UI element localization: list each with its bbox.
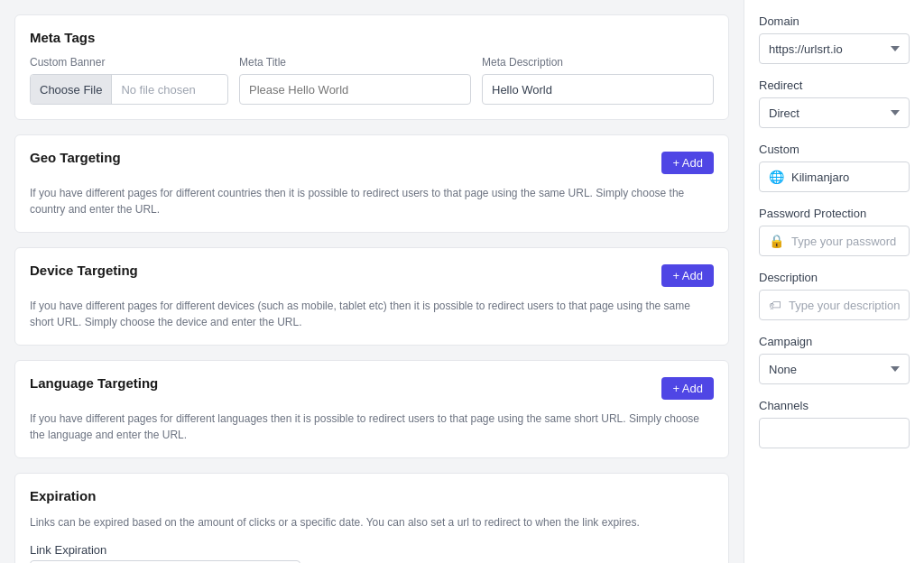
description-input-wrapper: 🏷 <box>759 290 910 320</box>
language-targeting-header: Language Targeting + Add <box>30 375 714 401</box>
geo-targeting-add-button[interactable]: + Add <box>661 152 714 174</box>
password-lock-icon: 🔒 <box>769 234 784 248</box>
expiration-title: Expiration <box>30 488 714 503</box>
file-input-wrapper: Choose File No file chosen <box>30 74 228 105</box>
channels-input[interactable] <box>759 418 910 448</box>
redirect-select[interactable]: Direct Frame 301 <box>759 97 910 128</box>
device-targeting-title: Device Targeting <box>30 263 138 278</box>
choose-file-button[interactable]: Choose File <box>31 75 112 104</box>
main-content: Meta Tags Custom Banner Choose File No f… <box>0 0 744 563</box>
link-expiration-section: Link Expiration 🔒 <box>30 543 714 563</box>
redirect-label: Redirect <box>759 78 910 92</box>
campaign-field: Campaign None <box>759 335 910 384</box>
custom-banner-field: Custom Banner Choose File No file chosen <box>30 56 228 105</box>
password-input[interactable] <box>791 235 900 248</box>
device-targeting-description: If you have different pages for differen… <box>30 298 714 330</box>
domain-select[interactable]: https://urlsrt.io <box>759 33 910 64</box>
expiration-description: Links can be expired based on the amount… <box>30 514 714 531</box>
domain-label: Domain <box>759 14 910 28</box>
device-targeting-card: Device Targeting + Add If you have diffe… <box>14 247 729 346</box>
expiration-card: Expiration Links can be expired based on… <box>14 473 729 563</box>
description-label: Description <box>759 271 910 284</box>
meta-title-label: Meta Title <box>239 56 471 69</box>
meta-title-field: Meta Title <box>239 56 471 105</box>
right-sidebar: Domain https://urlsrt.io Redirect Direct… <box>744 0 924 563</box>
device-targeting-add-button[interactable]: + Add <box>661 264 714 287</box>
geo-targeting-header: Geo Targeting + Add <box>30 150 714 176</box>
description-tag-icon: 🏷 <box>769 298 781 312</box>
language-targeting-title: Language Targeting <box>30 375 158 391</box>
meta-tags-grid: Custom Banner Choose File No file chosen… <box>30 56 714 105</box>
password-protection-label: Password Protection <box>759 207 910 220</box>
channels-label: Channels <box>759 399 910 412</box>
meta-title-input[interactable] <box>239 74 471 105</box>
description-input[interactable] <box>789 299 900 312</box>
custom-banner-label: Custom Banner <box>30 56 228 69</box>
domain-field: Domain https://urlsrt.io <box>759 14 910 64</box>
file-name: No file chosen <box>112 83 204 97</box>
campaign-select[interactable]: None <box>759 354 910 384</box>
meta-description-input[interactable] <box>482 74 714 105</box>
redirect-field: Redirect Direct Frame 301 <box>759 78 910 128</box>
channels-field: Channels <box>759 399 910 448</box>
meta-description-field: Meta Description <box>482 56 714 105</box>
geo-targeting-card: Geo Targeting + Add If you have differen… <box>14 134 729 233</box>
language-targeting-add-button[interactable]: + Add <box>661 377 714 400</box>
custom-field: Custom 🌐 <box>759 143 910 192</box>
link-expiration-label: Link Expiration <box>30 543 714 557</box>
device-targeting-header: Device Targeting + Add <box>30 263 714 289</box>
custom-input-wrapper: 🌐 <box>759 162 910 192</box>
geo-targeting-title: Geo Targeting <box>30 150 121 165</box>
meta-tags-card: Meta Tags Custom Banner Choose File No f… <box>14 14 729 120</box>
password-input-wrapper: 🔒 <box>759 226 910 256</box>
custom-globe-icon: 🌐 <box>769 170 784 184</box>
meta-description-label: Meta Description <box>482 56 714 69</box>
language-targeting-card: Language Targeting + Add If you have dif… <box>14 360 729 458</box>
meta-tags-title: Meta Tags <box>30 30 714 45</box>
language-targeting-description: If you have different pages for differen… <box>30 411 714 443</box>
custom-input[interactable] <box>791 171 900 184</box>
description-field: Description 🏷 <box>759 271 910 320</box>
campaign-label: Campaign <box>759 335 910 348</box>
custom-label: Custom <box>759 143 910 156</box>
password-protection-field: Password Protection 🔒 <box>759 207 910 256</box>
geo-targeting-description: If you have different pages for differen… <box>30 185 714 217</box>
